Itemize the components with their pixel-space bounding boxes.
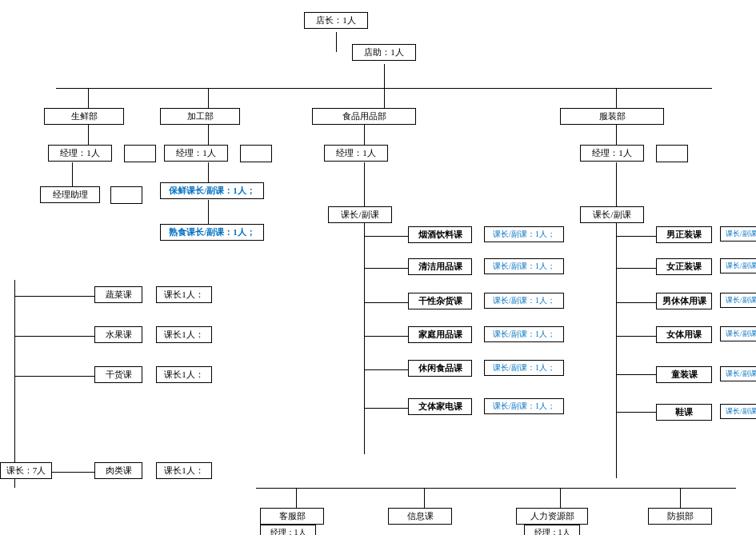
process-manager-box: 经理：1人 [164, 145, 228, 162]
process-course2-box: 熟食课长/副课：1人； [160, 224, 264, 241]
food-sub4-chief-box: 课长/副课：1人； [484, 326, 564, 342]
food-sub5-chief-box: 课长/副课：1人； [484, 360, 564, 376]
dry-course-box: 干货课 [94, 366, 142, 383]
hr-dept-box: 人力资源部 [516, 508, 588, 525]
food-sub2-chief-box: 课长/副课：1人； [484, 258, 564, 274]
clothing-sub4-box: 女体用课 [656, 326, 712, 343]
process-dept-box: 加工部 [160, 108, 240, 125]
food-sub5-box: 休闲食品课 [408, 360, 472, 377]
store-assistant-box: 店助：1人 [352, 44, 416, 61]
dry-chief-box: 课长1人： [156, 366, 212, 383]
food-course-chief-box: 课长/副课 [328, 206, 392, 223]
meat-chief-box: 课长1人： [156, 462, 212, 479]
fresh-dept-box: 生鲜部 [44, 108, 124, 125]
clothing-sub1-chief-box: 课长/副课：1人； [720, 226, 756, 242]
chief7-box: 课长：7人 [0, 462, 52, 479]
clothing-sub3-box: 男休体用课 [656, 293, 712, 309]
food-manager-box: 经理：1人 [324, 145, 388, 162]
process-extra-box [240, 145, 272, 162]
clothing-sub6-box: 鞋课 [656, 404, 712, 421]
food-sub2-box: 清洁用品课 [408, 258, 472, 275]
clothing-sub5-chief-box: 课长/副课：1人； [720, 366, 756, 381]
food-sub1-box: 烟酒饮料课 [408, 226, 472, 243]
food-sub1-chief-box: 课长/副课：1人； [484, 226, 564, 242]
fresh-extra-box [124, 145, 156, 162]
fresh-manager-box: 经理：1人 [48, 145, 112, 162]
fresh-manager-assistant-box: 经理助理 [40, 186, 100, 203]
meat-course-box: 肉类课 [94, 462, 142, 479]
fresh-assistant-extra [110, 186, 142, 204]
food-sub3-chief-box: 课长/副课：1人； [484, 293, 564, 309]
fruit-course-box: 水果课 [94, 326, 142, 343]
store-manager-box: 店长：1人 [304, 12, 368, 29]
security-dept-box: 防损部 [648, 508, 712, 525]
food-sub6-chief-box: 课长/副课：1人； [484, 398, 564, 414]
hr-manager-box: 经理：1人 [524, 525, 580, 535]
veg-course-box: 蔬菜课 [94, 286, 142, 303]
clothing-sub1-box: 男正装课 [656, 226, 712, 243]
clothing-sub2-box: 女正装课 [656, 258, 712, 275]
info-course-box: 信息课 [388, 508, 452, 525]
org-chart: 店长：1人 店助：1人 生鲜部 加工部 食品用品部 服装部 经理：1人 经理：1… [0, 0, 756, 16]
clothing-sub6-chief-box: 课长/副课：1人； [720, 404, 756, 419]
veg-chief-box: 课长1人： [156, 286, 212, 303]
customer-manager-box: 经理：1人 [260, 525, 316, 535]
clothing-dept-box: 服装部 [560, 108, 664, 125]
clothing-extra-box [656, 145, 688, 162]
clothing-course-chief-box: 课长/副课 [580, 206, 644, 223]
fruit-chief-box: 课长1人： [156, 326, 212, 343]
customer-dept-box: 客服部 [260, 508, 324, 525]
food-sub6-box: 文体家电课 [408, 398, 472, 415]
food-sub3-box: 干性杂货课 [408, 293, 472, 309]
food-sub4-box: 家庭用品课 [408, 326, 472, 343]
clothing-sub4-chief-box: 课长/副课：1人； [720, 326, 756, 341]
food-dept-box: 食品用品部 [312, 108, 416, 125]
clothing-sub5-box: 童装课 [656, 366, 712, 383]
clothing-manager-box: 经理：1人 [580, 145, 644, 162]
clothing-sub2-chief-box: 课长/副课：1人； [720, 258, 756, 273]
process-course1-box: 保鲜课长/副课：1人； [160, 182, 264, 199]
clothing-sub3-chief-box: 课长/副课：1人； [720, 293, 756, 308]
